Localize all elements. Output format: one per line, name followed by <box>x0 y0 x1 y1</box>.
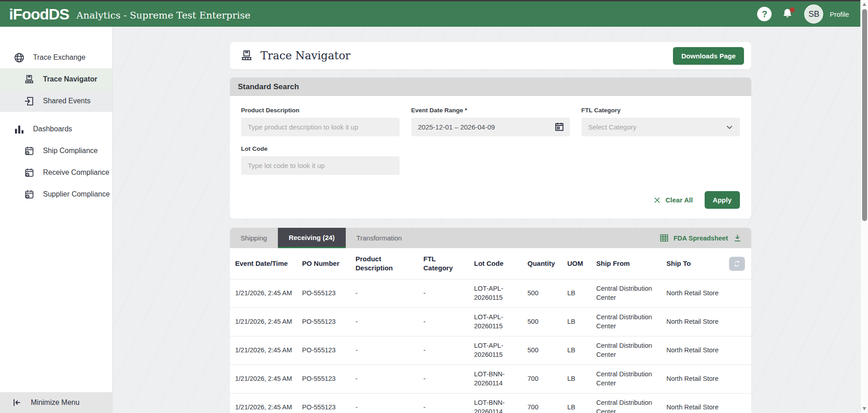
avatar-initials: SB <box>808 10 819 19</box>
ftl-category-label: FTL Category <box>582 107 740 114</box>
sidebar-item-label: Supplier Compliance <box>43 190 110 198</box>
cell-uom: LB <box>568 346 596 355</box>
cell-ship-to: North Retail Store <box>667 346 728 355</box>
ftl-category-placeholder: Select Category <box>588 123 637 131</box>
table-row[interactable]: 1/21/2026, 2:45 AM PO-555123 - - LOT-APL… <box>230 279 751 307</box>
cell-ftl-category: - <box>424 375 474 384</box>
cell-product-description: - <box>356 289 424 298</box>
table-header-row: Event Date/Time PO Number Product Descri… <box>230 248 751 279</box>
ftl-category-select[interactable]: Select Category <box>582 118 740 136</box>
cell-ship-from: Central Distribution Center <box>596 370 667 388</box>
sidebar-item-trace-exchange[interactable]: Trace Exchange <box>0 47 112 68</box>
sidebar-item-receive-compliance[interactable]: Receive Compliance <box>0 162 112 183</box>
cell-quantity: 700 <box>528 403 568 412</box>
cell-quantity: 500 <box>528 289 568 298</box>
globe-icon <box>14 52 25 63</box>
cell-product-description: - <box>356 375 424 384</box>
cell-product-description: - <box>356 346 424 355</box>
product-description-field: Product Description <box>241 107 400 136</box>
column-header: Quantity <box>528 259 568 268</box>
cell-event-date-time: 1/21/2026, 2:45 AM <box>235 346 302 355</box>
sidebar-item-trace-navigator[interactable]: Trace Navigator <box>0 68 112 90</box>
sidebar-item-label: Trace Exchange <box>33 53 86 62</box>
column-header: Lot Code <box>474 259 528 268</box>
cell-po-number: PO-555123 <box>302 289 356 298</box>
bell-icon[interactable] <box>782 7 794 21</box>
tab-receiving[interactable]: Receiving (24) <box>278 228 346 248</box>
cell-uom: LB <box>568 317 596 327</box>
scrollbar-up-arrow-icon[interactable] <box>863 3 866 6</box>
cell-uom: LB <box>568 289 596 298</box>
sidebar-item-label: Ship Compliance <box>43 147 98 155</box>
calendar-clock-icon <box>24 167 35 178</box>
sidebar-item-label: Shared Events <box>43 97 91 105</box>
lot-code-label: Lot Code <box>241 145 400 152</box>
cell-product-description: - <box>356 403 424 412</box>
help-glyph: ? <box>762 9 767 19</box>
cell-uom: LB <box>568 375 596 384</box>
cell-lot-code: LOT-APL-20260115 <box>474 313 528 331</box>
cell-event-date-time: 1/21/2026, 2:45 AM <box>235 317 302 327</box>
table-row[interactable]: 1/21/2026, 2:45 AM PO-555123 - - LOT-APL… <box>230 336 751 365</box>
cell-ftl-category: - <box>424 403 474 412</box>
fda-spreadsheet-button[interactable]: FDA Spreadsheet <box>659 228 751 248</box>
apply-button[interactable]: Apply <box>705 191 740 209</box>
cell-quantity: 500 <box>528 317 568 327</box>
sidebar-item-shared-events[interactable]: Shared Events <box>0 90 112 112</box>
table-row[interactable]: 1/21/2026, 2:45 AM PO-555123 - - LOT-BNN… <box>230 365 751 393</box>
page-scrollbar[interactable] <box>860 0 868 413</box>
table-row[interactable]: 1/21/2026, 2:45 AM PO-555123 - - LOT-APL… <box>230 307 751 336</box>
help-icon[interactable]: ? <box>757 7 772 21</box>
cell-lot-code: LOT-BNN-20260114 <box>474 399 528 413</box>
column-header: FTL Category <box>424 255 474 273</box>
collapse-left-icon <box>12 398 22 408</box>
fda-spreadsheet-label: FDA Spreadsheet <box>673 235 728 242</box>
event-date-range-field: Event Date Range * <box>411 107 570 136</box>
app-header: iFoodDS Analytics - Supreme Test Enterpr… <box>0 1 868 27</box>
sidebar-item-ship-compliance[interactable]: Ship Compliance <box>0 140 112 162</box>
minimize-menu-button[interactable]: Minimize Menu <box>0 392 112 413</box>
receiving-table: Event Date/Time PO Number Product Descri… <box>230 248 751 413</box>
clear-all-button[interactable]: Clear All <box>653 196 693 204</box>
chevron-down-icon <box>725 122 734 132</box>
cell-event-date-time: 1/21/2026, 2:45 AM <box>235 289 302 298</box>
file-arrow-icon <box>24 96 35 107</box>
refresh-button[interactable] <box>729 257 745 271</box>
tab-bar: Shipping Receiving (24) Transformation F… <box>230 228 751 248</box>
scrollbar-thumb[interactable] <box>862 9 867 221</box>
cell-event-date-time: 1/21/2026, 2:45 AM <box>235 403 302 412</box>
tab-shipping[interactable]: Shipping <box>230 228 278 248</box>
pallet-icon <box>24 74 35 85</box>
table-body: 1/21/2026, 2:45 AM PO-555123 - - LOT-APL… <box>230 279 751 413</box>
avatar[interactable]: SB <box>804 5 823 24</box>
cell-lot-code: LOT-APL-20260115 <box>474 284 528 302</box>
scrollbar-down-arrow-icon[interactable] <box>863 407 866 410</box>
download-icon <box>733 233 742 243</box>
notification-badge <box>790 7 795 12</box>
profile-label[interactable]: Profile <box>830 10 849 18</box>
main-area: Trace Navigator Downloads Page Standard … <box>113 27 868 413</box>
app-logo: iFoodDS <box>9 6 69 22</box>
sidebar-item-supplier-compliance[interactable]: Supplier Compliance <box>0 183 112 205</box>
column-header: Product Description <box>356 255 424 273</box>
sidebar-item-label: Trace Navigator <box>43 75 97 83</box>
downloads-page-button[interactable]: Downloads Page <box>673 47 744 65</box>
product-description-input[interactable] <box>241 118 400 136</box>
cell-ship-to: North Retail Store <box>667 375 728 384</box>
tab-transformation[interactable]: Transformation <box>346 228 413 248</box>
cell-po-number: PO-555123 <box>302 375 356 384</box>
event-date-range-input[interactable] <box>411 118 570 136</box>
cell-ship-from: Central Distribution Center <box>596 341 667 359</box>
cell-event-date-time: 1/21/2026, 2:45 AM <box>235 375 302 384</box>
sidebar-item-dashboards[interactable]: Dashboards <box>0 118 112 140</box>
cell-ftl-category: - <box>424 289 474 298</box>
cell-po-number: PO-555123 <box>302 346 356 355</box>
bar-chart-icon <box>14 124 25 135</box>
table-row[interactable]: 1/21/2026, 2:45 AM PO-555123 - - LOT-BNN… <box>230 393 751 413</box>
refresh-icon <box>733 260 741 268</box>
cell-ship-from: Central Distribution Center <box>596 313 667 331</box>
cell-ship-to: North Retail Store <box>667 403 728 412</box>
results-card: Shipping Receiving (24) Transformation F… <box>230 228 751 413</box>
lot-code-input[interactable] <box>241 156 400 175</box>
cell-ship-from: Central Distribution Center <box>596 284 667 302</box>
